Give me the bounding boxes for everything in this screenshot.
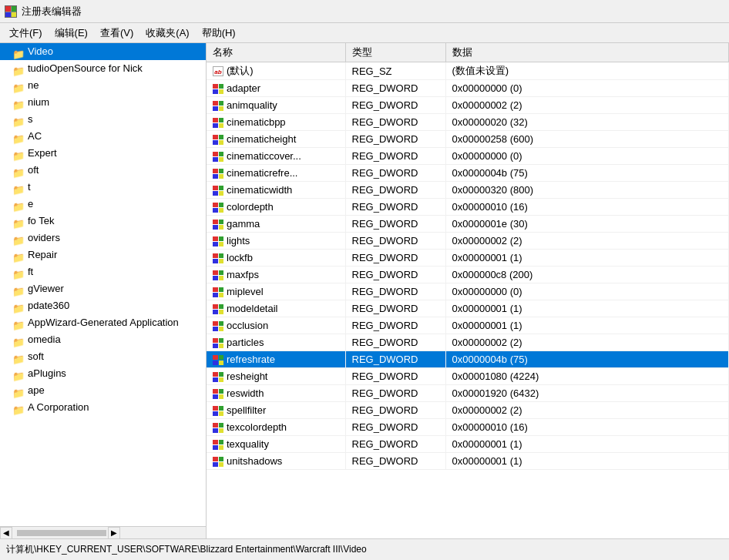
- cell-name: gamma: [207, 216, 345, 233]
- tree-item[interactable]: 📁oviders: [0, 230, 206, 246]
- tree-item-label: tudioOpenSource for Nick: [28, 60, 143, 77]
- table-row[interactable]: cinematiccover...REG_DWORD0x00000000 (0): [207, 148, 729, 165]
- tree-list[interactable]: 📁Video📁tudioOpenSource for Nick📁ne📁nium📁…: [0, 43, 206, 526]
- table-row[interactable]: lockfbREG_DWORD0x00000001 (1): [207, 250, 729, 267]
- cell-data: 0x0000001e (30): [445, 216, 729, 233]
- cell-name: reswidth: [207, 385, 345, 402]
- cell-data: 0x00000002 (2): [445, 402, 729, 419]
- cell-type: REG_DWORD: [345, 334, 445, 351]
- table-row[interactable]: unitshadowsREG_DWORD0x00000001 (1): [207, 453, 729, 470]
- table-row[interactable]: adapterREG_DWORD0x00000000 (0): [207, 80, 729, 97]
- scroll-left-arrow[interactable]: ◀: [0, 527, 12, 539]
- menu-help[interactable]: 帮助(H): [196, 25, 242, 42]
- tree-item-label: ne: [28, 77, 39, 94]
- hscroll-thumb[interactable]: [15, 528, 108, 538]
- cell-data: 0x0000004b (75): [445, 351, 729, 368]
- table-row[interactable]: texcolordepthREG_DWORD0x00000010 (16): [207, 419, 729, 436]
- scroll-right-arrow[interactable]: ▶: [108, 527, 120, 539]
- table-row[interactable]: colordepthREG_DWORD0x00000010 (16): [207, 199, 729, 216]
- values-table[interactable]: 名称 类型 数据 ab(默认)REG_SZ(数值未设置)adapterREG_D…: [207, 43, 729, 538]
- tree-item-label: s: [28, 111, 33, 128]
- tree-item[interactable]: 📁nium: [0, 94, 206, 111]
- tree-item[interactable]: 📁omedia: [0, 331, 206, 348]
- cell-name: unitshadows: [207, 453, 345, 470]
- tree-item[interactable]: 📁s: [0, 111, 206, 128]
- cell-data: (数值未设置): [445, 62, 729, 80]
- table-row[interactable]: cinematicrefre...REG_DWORD0x0000004b (75…: [207, 165, 729, 182]
- table-row[interactable]: spellfilterREG_DWORD0x00000002 (2): [207, 402, 729, 419]
- tree-item[interactable]: 📁A Corporation: [0, 399, 206, 416]
- table-row[interactable]: particlesREG_DWORD0x00000002 (2): [207, 334, 729, 351]
- table-row[interactable]: occlusionREG_DWORD0x00000001 (1): [207, 317, 729, 334]
- table-row[interactable]: cinematicheightREG_DWORD0x00000258 (600): [207, 131, 729, 148]
- tree-with-scroll: 📁Video📁tudioOpenSource for Nick📁ne📁nium📁…: [0, 43, 206, 526]
- folder-icon: 📁: [12, 165, 25, 176]
- table-row[interactable]: animqualityREG_DWORD0x00000002 (2): [207, 97, 729, 114]
- menu-edit[interactable]: 编辑(E): [49, 25, 94, 42]
- cell-name: colordepth: [207, 199, 345, 216]
- cell-data: 0x00000010 (16): [445, 419, 729, 436]
- menu-file[interactable]: 文件(F): [3, 25, 49, 42]
- table-row[interactable]: refreshrateREG_DWORD0x0000004b (75): [207, 351, 729, 368]
- tree-panel: 📁Video📁tudioOpenSource for Nick📁ne📁nium📁…: [0, 43, 207, 538]
- tree-item[interactable]: 📁aPlugins: [0, 365, 206, 382]
- table-row[interactable]: miplevelREG_DWORD0x00000000 (0): [207, 283, 729, 300]
- tree-item[interactable]: 📁Expert: [0, 145, 206, 162]
- cell-type: REG_DWORD: [345, 436, 445, 453]
- tree-item[interactable]: 📁AC: [0, 128, 206, 145]
- tree-item-label: AppWizard-Generated Application: [28, 314, 179, 331]
- folder-icon: 📁: [12, 233, 25, 243]
- table-row[interactable]: gammaREG_DWORD0x0000001e (30): [207, 216, 729, 233]
- table-row[interactable]: lightsREG_DWORD0x00000002 (2): [207, 233, 729, 250]
- folder-icon: 📁: [12, 402, 25, 413]
- cell-data: 0x00000002 (2): [445, 97, 729, 114]
- reg-icon-ab: ab: [213, 66, 223, 76]
- tree-item[interactable]: 📁pdate360: [0, 297, 206, 314]
- tree-item[interactable]: 📁ne: [0, 77, 206, 94]
- table-row[interactable]: texqualityREG_DWORD0x00000001 (1): [207, 436, 729, 453]
- tree-item[interactable]: 📁gViewer: [0, 280, 206, 297]
- cell-type: REG_DWORD: [345, 216, 445, 233]
- tree-item[interactable]: 📁e: [0, 196, 206, 213]
- tree-item[interactable]: 📁ape: [0, 382, 206, 399]
- tree-item[interactable]: 📁soft: [0, 348, 206, 365]
- cell-name: miplevel: [207, 283, 345, 300]
- status-bar: 计算机\HKEY_CURRENT_USER\SOFTWARE\Blizzard …: [0, 538, 729, 560]
- table-row[interactable]: maxfpsREG_DWORD0x000000c8 (200): [207, 267, 729, 283]
- table-row[interactable]: reswidthREG_DWORD0x00001920 (6432): [207, 385, 729, 402]
- tree-item[interactable]: 📁tudioOpenSource for Nick: [0, 60, 206, 77]
- tree-item[interactable]: 📁ft: [0, 263, 206, 280]
- tree-item[interactable]: 📁Repair: [0, 246, 206, 263]
- table-row[interactable]: cinematicwidthREG_DWORD0x00000320 (800): [207, 182, 729, 199]
- cell-name: cinematiccover...: [207, 148, 345, 165]
- tree-item[interactable]: 📁Video: [0, 43, 206, 60]
- cell-data: 0x00000000 (0): [445, 148, 729, 165]
- tree-item-label: soft: [28, 348, 44, 365]
- cell-name: maxfps: [207, 267, 345, 283]
- tree-item[interactable]: 📁oft: [0, 162, 206, 179]
- cell-data: 0x00000020 (32): [445, 114, 729, 131]
- tree-item[interactable]: 📁fo Tek: [0, 213, 206, 230]
- tree-item[interactable]: 📁t: [0, 179, 206, 196]
- tree-item-label: ft: [28, 263, 33, 280]
- cell-data: 0x00000258 (600): [445, 131, 729, 148]
- tree-item[interactable]: 📁AppWizard-Generated Application: [0, 314, 206, 331]
- reg-icon-grid: [213, 423, 223, 433]
- col-type: 类型: [345, 43, 445, 62]
- menu-favorites[interactable]: 收藏夹(A): [139, 25, 195, 42]
- reg-icon-grid: [213, 406, 223, 416]
- table-row[interactable]: cinematicbppREG_DWORD0x00000020 (32): [207, 114, 729, 131]
- table-row[interactable]: ab(默认)REG_SZ(数值未设置): [207, 62, 729, 80]
- cell-type: REG_DWORD: [345, 199, 445, 216]
- menu-view[interactable]: 查看(V): [94, 25, 139, 42]
- reg-icon-grid: [213, 321, 223, 331]
- tree-item-label: Repair: [28, 246, 57, 263]
- reg-icon-grid: [213, 220, 223, 230]
- tree-item-label: A Corporation: [28, 399, 89, 416]
- cell-data: 0x00000010 (16): [445, 199, 729, 216]
- folder-icon: 📁: [12, 368, 25, 379]
- app-window: 注册表编辑器 文件(F) 编辑(E) 查看(V) 收藏夹(A) 帮助(H) 📁V…: [0, 0, 729, 560]
- table-row[interactable]: modeldetailREG_DWORD0x00000001 (1): [207, 300, 729, 317]
- table-row[interactable]: resheightREG_DWORD0x00001080 (4224): [207, 368, 729, 385]
- cell-name: particles: [207, 334, 345, 351]
